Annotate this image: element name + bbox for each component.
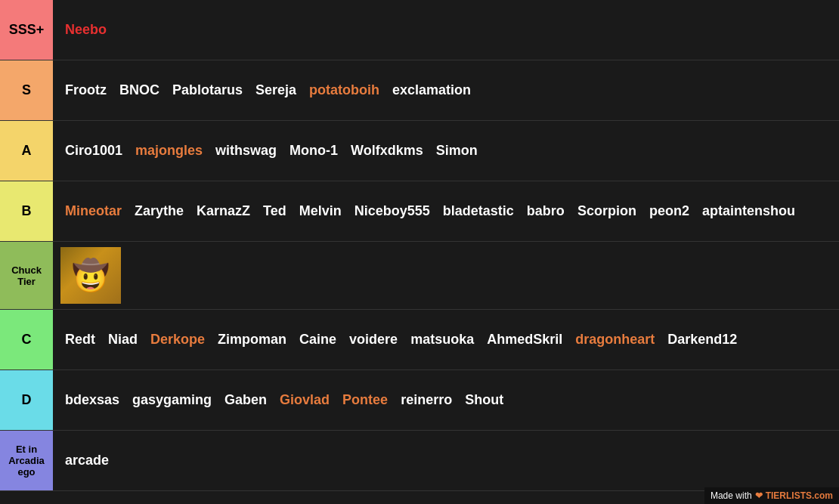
- tier-item: KarnazZ: [192, 200, 255, 222]
- tier-item: Zimpoman: [213, 329, 291, 351]
- tier-item: withswag: [211, 140, 281, 162]
- tier-item: Ciro1001: [60, 140, 127, 162]
- tier-item: babro: [522, 200, 569, 222]
- tier-label-s: S: [0, 60, 53, 120]
- footer-logo: ❤: [755, 490, 763, 501]
- tier-item: Redt: [60, 329, 100, 351]
- tier-item: Mono-1: [285, 140, 342, 162]
- tier-label-b: B: [0, 181, 53, 241]
- tier-item: peon2: [645, 200, 694, 222]
- tier-row-sss-plus: SSS+Neebo: [0, 0, 839, 60]
- tier-row-c: CRedtNiadDerkopeZimpomanCainevoideremats…: [0, 310, 839, 370]
- tier-item: Scorpion: [573, 200, 641, 222]
- footer-site: TIERLISTS.com: [766, 490, 833, 501]
- tier-row-b: BMineotarZarytheKarnazZTedMelvinNiceboy5…: [0, 181, 839, 242]
- tier-content-s: FrootzBNOCPablotarusSerejapotatoboihexcl…: [53, 60, 839, 120]
- tier-row-a: ACiro1001majongleswithswagMono-1Wolfxdkm…: [0, 121, 839, 181]
- tier-item: voidere: [345, 329, 402, 351]
- tier-item: bladetastic: [438, 200, 519, 222]
- tier-item: bdexsas: [60, 389, 124, 411]
- tier-item: Niceboy555: [350, 200, 435, 222]
- tier-item: potatoboih: [305, 79, 384, 101]
- tier-item: Melvin: [295, 200, 346, 222]
- tier-item: Wolfxdkms: [346, 140, 428, 162]
- footer-made-with: Made with: [711, 490, 752, 501]
- tier-item: Sereja: [251, 79, 301, 101]
- tier-item: Darkend12: [663, 329, 741, 351]
- tier-item: AhmedSkril: [482, 329, 567, 351]
- tier-label-chuck: Chuck Tier: [0, 242, 53, 309]
- tier-item: BNOC: [115, 79, 164, 101]
- tier-list: SSS+NeeboSFrootzBNOCPablotarusSerejapota…: [0, 0, 839, 491]
- tier-content-sss-plus: Neebo: [53, 0, 839, 60]
- tier-label-et-in-arcadia: Et in Arcadia ego: [0, 431, 53, 490]
- tier-item: Pontee: [338, 389, 392, 411]
- tier-item: Niad: [104, 329, 142, 351]
- tier-item: Zarythe: [130, 200, 188, 222]
- tier-item: Caine: [295, 329, 341, 351]
- tier-item: Pablotarus: [168, 79, 247, 101]
- footer: Made with ❤ TIERLISTS.com: [704, 487, 839, 504]
- tier-row-s: SFrootzBNOCPablotarusSerejapotatoboihexc…: [0, 60, 839, 121]
- tier-label-c: C: [0, 310, 53, 369]
- tier-item: reinerro: [396, 389, 457, 411]
- tier-label-d: D: [0, 370, 53, 430]
- tier-item: gasygaming: [128, 389, 216, 411]
- tier-item: arcade: [60, 450, 113, 472]
- tier-item: Shout: [460, 389, 508, 411]
- tier-content-chuck: [53, 242, 839, 309]
- tier-item: Mineotar: [60, 200, 126, 222]
- tier-label-sss-plus: SSS+: [0, 0, 53, 60]
- tier-item: Giovlad: [275, 389, 334, 411]
- tier-item: Neebo: [60, 19, 111, 41]
- tier-content-a: Ciro1001majongleswithswagMono-1Wolfxdkms…: [53, 121, 839, 181]
- tier-item: Ted: [259, 200, 291, 222]
- tier-item: aptaintenshou: [698, 200, 800, 222]
- tier-item: Derkope: [146, 329, 209, 351]
- tier-item: Frootz: [60, 79, 111, 101]
- tier-item: dragonheart: [571, 329, 659, 351]
- tier-label-a: A: [0, 121, 53, 181]
- tier-item: exclamation: [388, 79, 475, 101]
- tier-content-et-in-arcadia: arcade: [53, 431, 839, 490]
- tier-content-d: bdexsasgasygamingGabenGiovladPonteereine…: [53, 370, 839, 430]
- tier-item: Gaben: [220, 389, 271, 411]
- chuck-norris-image: [60, 247, 121, 304]
- tier-row-d: DbdexsasgasygamingGabenGiovladPonteerein…: [0, 370, 839, 431]
- tier-content-b: MineotarZarytheKarnazZTedMelvinNiceboy55…: [53, 181, 839, 241]
- tier-content-c: RedtNiadDerkopeZimpomanCainevoiderematsu…: [53, 310, 839, 369]
- tier-row-et-in-arcadia: Et in Arcadia egoarcade: [0, 431, 839, 491]
- tier-item: matsuoka: [406, 329, 478, 351]
- tier-item: Simon: [432, 140, 482, 162]
- tier-row-chuck: Chuck Tier: [0, 242, 839, 310]
- tier-item: majongles: [131, 140, 207, 162]
